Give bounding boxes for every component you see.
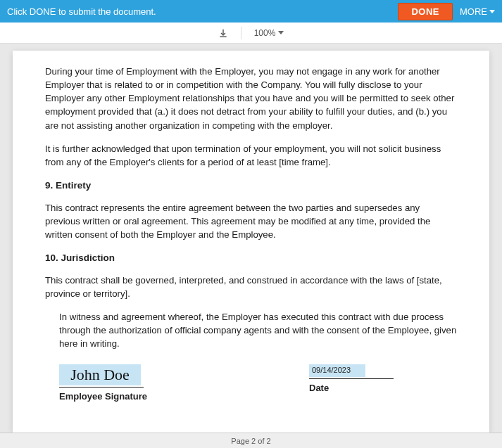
top-bar-actions: DONE MORE (398, 3, 495, 20)
toolbar-separator (241, 27, 241, 39)
instruction-text: Click DONE to submit the document. (7, 6, 156, 17)
top-banner: Click DONE to submit the document. DONE … (0, 0, 502, 23)
employee-date-value: 09/14/2023 (312, 365, 351, 376)
more-menu-button[interactable]: MORE (460, 6, 495, 17)
download-icon[interactable] (218, 28, 228, 38)
chevron-down-icon (278, 31, 284, 34)
employee-date-field[interactable]: 09/14/2023 (309, 364, 365, 377)
document-toolbar: 100% (0, 23, 502, 44)
company-signature-block: Company Official Signature (59, 418, 309, 433)
zoom-dropdown[interactable]: 100% (254, 28, 284, 38)
chevron-down-icon (489, 10, 495, 13)
document-page: During your time of Employment with the … (13, 51, 489, 433)
done-button[interactable]: DONE (398, 3, 453, 20)
employee-signature-field[interactable]: John Doe (59, 364, 141, 385)
company-date-block: Date (309, 418, 457, 433)
document-viewer: During your time of Employment with the … (0, 44, 502, 433)
signature-row-company: Company Official Signature Date (59, 418, 457, 433)
section-10-heading: 10. Jurisdiction (45, 251, 457, 265)
signature-row-employee: John Doe Employee Signature 09/14/2023 D… (59, 364, 457, 404)
employee-date-block: 09/14/2023 Date (309, 364, 457, 404)
status-bar: Page 2 of 2 (0, 433, 502, 448)
zoom-level: 100% (254, 28, 276, 38)
date-line (309, 378, 394, 379)
page-indicator: Page 2 of 2 (231, 437, 270, 445)
employee-signature-value: John Doe (70, 367, 130, 383)
section-9-heading: 9. Entirety (45, 179, 457, 193)
paragraph-employment: During your time of Employment with the … (45, 65, 457, 132)
paragraph-jurisdiction: This contract shall be governed, interpr… (45, 274, 457, 300)
signature-line (59, 387, 144, 388)
paragraph-entirety: This contract represents the entire agre… (45, 201, 457, 241)
paragraph-witness: In witness and agreement whereof, the Em… (59, 310, 457, 350)
date-label: Date (309, 382, 457, 395)
employee-signature-label: Employee Signature (59, 390, 309, 404)
more-label: MORE (460, 6, 487, 17)
paragraph-termination: It is further acknowledged that upon ter… (45, 142, 457, 169)
employee-signature-block: John Doe Employee Signature (59, 364, 309, 404)
